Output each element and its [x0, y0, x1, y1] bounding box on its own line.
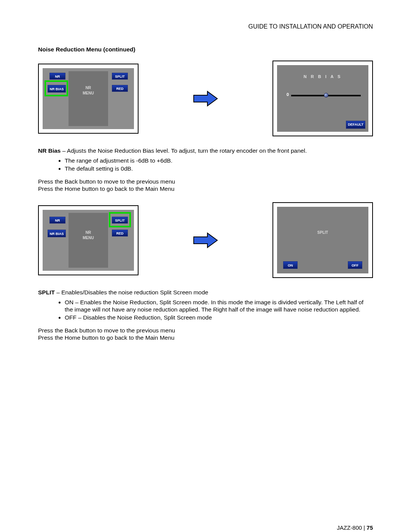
- arrow-right-icon: [192, 90, 219, 107]
- footer-sep: |: [362, 524, 366, 531]
- nrbias-bold: NR Bias: [38, 147, 61, 154]
- menu-title-line2: MENU: [83, 236, 94, 241]
- nr-menu-inner-2: NR NR BIAS SPLIT RED NR MENU: [43, 210, 134, 271]
- nrbias-title: N R B I A S: [277, 74, 368, 80]
- red-button[interactable]: RED: [112, 230, 128, 236]
- nav-home: Press the Home button to go back to the …: [38, 185, 373, 192]
- menu-title-line1: NR: [86, 230, 91, 235]
- svg-marker-1: [194, 233, 217, 248]
- nr-button[interactable]: NR: [49, 217, 65, 224]
- nav-back: Press the Back button to move to the pre…: [38, 178, 373, 185]
- svg-marker-0: [194, 91, 217, 106]
- default-button[interactable]: DEFAULT: [346, 121, 365, 129]
- arrow-right-icon: [192, 232, 219, 249]
- nrbias-description: NR Bias – Adjusts the Noise Reduction Bi…: [38, 147, 373, 154]
- nav-home: Press the Home button to go back to the …: [38, 334, 373, 341]
- split-title: SPLIT: [277, 230, 368, 235]
- bias-slider[interactable]: [291, 95, 361, 96]
- list-item: OFF – Disables the Noise Reduction, Spli…: [65, 314, 373, 321]
- menu-title-line2: MENU: [83, 91, 94, 96]
- page-header: GUIDE TO INSTALLATION AND OPERATION: [38, 23, 373, 30]
- list-item: ON – Enables the Noise Reduction, Split …: [65, 299, 373, 313]
- product-name: JAZZ-800: [337, 524, 362, 531]
- nr-menu-inner: NR NR BIAS SPLIT RED NR MENU: [43, 68, 134, 129]
- split-button[interactable]: SPLIT: [112, 73, 128, 80]
- split-detail-inner: SPLIT ON OFF: [277, 207, 368, 273]
- nrbias-detail-inner: N R B I A S 0 DEFAULT: [277, 65, 368, 132]
- nav-back: Press the Back button to move to the pre…: [38, 327, 373, 334]
- section-title: Noise Reduction Menu (continued): [38, 46, 373, 53]
- page-footer: JAZZ-800 | 75: [38, 524, 373, 532]
- nrbias-detail-panel: N R B I A S 0 DEFAULT: [272, 61, 373, 136]
- menu-title-line1: NR: [86, 86, 91, 91]
- nr-button[interactable]: NR: [49, 73, 65, 80]
- off-button[interactable]: OFF: [348, 261, 362, 269]
- nrbias-bullets: The range of adjustment is -6dB to +6dB.…: [65, 157, 373, 173]
- figure-row-nrbias: NR NR BIAS SPLIT RED NR MENU N R B I A S…: [38, 61, 373, 136]
- center-panel: [68, 71, 108, 126]
- slider-thumb-icon[interactable]: [324, 93, 328, 97]
- list-item: The range of adjustment is -6dB to +6dB.: [65, 157, 373, 164]
- on-button[interactable]: ON: [283, 261, 298, 269]
- split-bullets: ON – Enables the Noise Reduction, Split …: [65, 299, 373, 321]
- nrbias-rest: – Adjusts the Noise Reduction Bias level…: [61, 147, 307, 154]
- page-number: 75: [366, 524, 373, 531]
- nav-hints-1: Press the Back button to move to the pre…: [38, 178, 373, 193]
- split-bold: SPLIT: [38, 289, 55, 296]
- split-detail-panel: SPLIT ON OFF: [272, 202, 373, 278]
- nav-hints-2: Press the Back button to move to the pre…: [38, 327, 373, 342]
- split-description: SPLIT – Enables/Disables the noise reduc…: [38, 289, 373, 296]
- slider-value: 0: [287, 92, 289, 97]
- red-button[interactable]: RED: [112, 85, 128, 92]
- list-item: The default setting is 0dB.: [65, 165, 373, 172]
- nr-bias-button[interactable]: NR BIAS: [48, 230, 66, 237]
- figure-row-split: NR NR BIAS SPLIT RED NR MENU SPLIT ON OF…: [38, 202, 373, 278]
- split-rest: – Enables/Disables the noise reduction S…: [55, 289, 208, 296]
- nr-menu-panel-2: NR NR BIAS SPLIT RED NR MENU: [38, 205, 139, 275]
- nr-bias-button[interactable]: NR BIAS: [48, 85, 66, 93]
- nr-menu-panel: NR NR BIAS SPLIT RED NR MENU: [38, 64, 139, 134]
- split-button[interactable]: SPLIT: [112, 217, 128, 224]
